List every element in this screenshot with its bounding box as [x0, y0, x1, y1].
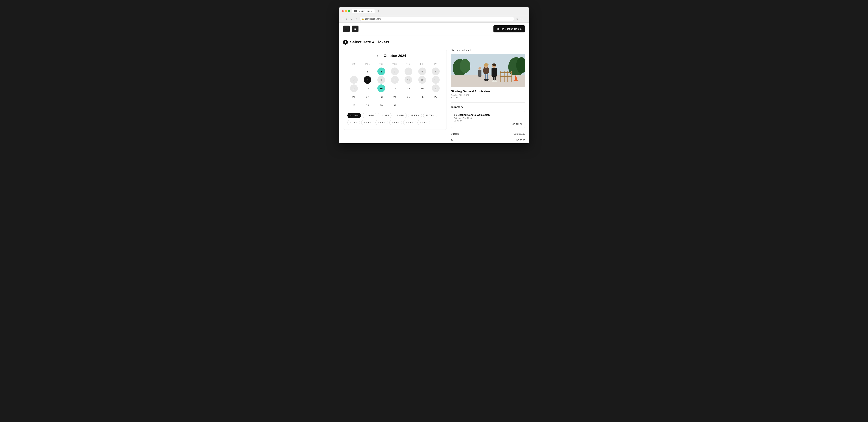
svg-rect-11 [500, 76, 512, 77]
time-slot-12-30PM[interactable]: 12:30PM [393, 112, 407, 118]
time-slot-12-50PM[interactable]: 12:50PM [423, 112, 437, 118]
page-content: ☰ ⠿ 🎟 Ice Skating Tickets 1 Select Date … [339, 23, 529, 143]
calendar-day-14[interactable]: 14 [350, 85, 358, 92]
time-slot-1-50PM[interactable]: 1:50PM [417, 120, 430, 125]
time-slot-1-00PM[interactable]: 1:00PM [347, 120, 360, 125]
back-button[interactable]: ‹ [342, 17, 344, 21]
calendar-day-9[interactable]: 9 [377, 76, 385, 84]
calendar-day-2[interactable]: 2 [377, 67, 385, 75]
tab-close-button[interactable]: ✕ [371, 10, 372, 12]
time-slot-12-20PM[interactable]: 12:20PM [378, 112, 392, 118]
svg-rect-13 [514, 80, 518, 80]
calendar-day-17[interactable]: 17 [391, 85, 399, 92]
svg-rect-10 [500, 72, 512, 73]
calendar-day-31[interactable]: 31 [391, 101, 399, 109]
calendar-day-29[interactable]: 29 [364, 101, 371, 109]
calendar-day-22[interactable]: 22 [364, 93, 371, 101]
venue-illustration [451, 54, 525, 87]
calendar-panel: ‹ October 2024 › SUN MON TUE WED [343, 49, 447, 130]
calendar-day-3[interactable]: 3 [391, 67, 399, 75]
browser-titlebar: ⠿ Domino Park ✕ + [339, 7, 529, 15]
main-section: 1 Select Date & Tickets ‹ October 2024 › [339, 35, 529, 143]
menu-icon[interactable]: ⋮ [524, 18, 526, 20]
calendar-day-7[interactable]: 7 [350, 76, 358, 84]
hamburger-icon: ☰ [345, 27, 347, 31]
tab-title: Domino Park [358, 10, 370, 12]
calendar-day-27[interactable]: 27 [432, 93, 440, 101]
calendar-day-30[interactable]: 30 [377, 101, 385, 109]
new-tab-button[interactable]: + [377, 9, 380, 13]
summary-card: 1 x Skating General Admission October 16… [451, 111, 525, 128]
minimize-dot[interactable] [345, 10, 347, 12]
page-title: Select Date & Tickets [350, 40, 389, 44]
time-slot-12-00PM[interactable]: 12:00PM [347, 112, 361, 118]
summary-section: Summary 1 x Skating General Admission Oc… [451, 102, 525, 143]
tab-favicon: ⠿ [354, 10, 357, 12]
browser-window: ⠿ Domino Park ✕ + ‹ › ↻ ⌂ 🔒 dominopark.c… [339, 7, 529, 143]
calendar-day-25[interactable]: 25 [405, 93, 412, 101]
calendar-day-1[interactable]: 1 [364, 67, 371, 75]
dots-button[interactable]: ⠿ [352, 26, 359, 32]
site-header: ☰ ⠿ 🎟 Ice Skating Tickets [339, 23, 529, 35]
svg-rect-18 [487, 74, 488, 80]
calendar-day-23[interactable]: 23 [377, 93, 385, 101]
ice-skating-tickets-button[interactable]: 🎟 Ice Skating Tickets [493, 25, 525, 32]
svg-rect-21 [492, 68, 497, 77]
calendar-day-empty [350, 67, 358, 75]
calendar-day-19[interactable]: 19 [418, 85, 426, 92]
summary-item-title: 1 x Skating General Admission [454, 113, 522, 116]
time-slot-12-40PM[interactable]: 12:40PM [408, 112, 422, 118]
calendar-day-13[interactable]: 13 [432, 76, 440, 84]
reload-button[interactable]: ↻ [349, 17, 353, 21]
time-slots-row2: 1:00PM1:10PM1:20PM1:30PM1:40PM1:50PM [347, 120, 442, 125]
calendar-day-11[interactable]: 11 [405, 76, 412, 84]
address-bar[interactable]: 🔒 dominopark.com [360, 17, 514, 21]
step-badge: 1 [343, 40, 348, 44]
dots-icon: ⠿ [354, 27, 356, 31]
calendar-day-28[interactable]: 28 [350, 101, 358, 109]
calendar-day-18[interactable]: 18 [405, 85, 412, 92]
calendar-prev-button[interactable]: ‹ [376, 53, 379, 58]
calendar-day-26[interactable]: 26 [418, 93, 426, 101]
calendar-next-button[interactable]: › [410, 53, 414, 58]
event-name: Skating General Admission [451, 90, 525, 93]
browser-tab[interactable]: ⠿ Domino Park ✕ [352, 9, 375, 13]
svg-point-23 [492, 63, 496, 66]
calendar-day-5[interactable]: 5 [418, 67, 426, 75]
calendar-day-16[interactable]: 16 [377, 85, 385, 92]
calendar-month-title: October 2024 [384, 54, 406, 58]
calendar-day-6[interactable]: 6 [432, 67, 440, 75]
time-slots-container: 12:00PM12:10PM12:20PM12:30PM12:40PM12:50… [347, 112, 442, 118]
weekday-wed: WED [388, 62, 402, 66]
forward-button[interactable]: › [346, 17, 348, 21]
calendar-day-21[interactable]: 21 [350, 93, 358, 101]
profile-icon[interactable]: ◯ [520, 18, 523, 20]
bookmark-icon[interactable]: ☆ [516, 18, 518, 20]
maximize-dot[interactable] [348, 10, 350, 12]
tax-value: USD $8.00 [515, 139, 525, 141]
summary-item-date: October 16th, 2024 [454, 117, 522, 120]
time-slot-1-20PM[interactable]: 1:20PM [375, 120, 388, 125]
home-button[interactable]: ⌂ [355, 17, 358, 21]
calendar-header: ‹ October 2024 › [347, 53, 442, 58]
calendar-day-20[interactable]: 20 [432, 85, 440, 92]
time-slot-1-40PM[interactable]: 1:40PM [403, 120, 416, 125]
browser-addressbar: ‹ › ↻ ⌂ 🔒 dominopark.com ☆ ◯ ⋮ [339, 15, 529, 23]
calendar-day-10[interactable]: 10 [391, 76, 399, 84]
calendar-day-8[interactable]: 8 [364, 76, 371, 84]
hamburger-button[interactable]: ☰ [343, 26, 350, 32]
calendar-day-24[interactable]: 24 [391, 93, 399, 101]
calendar-day-15[interactable]: 15 [364, 85, 371, 92]
calendar-day-12[interactable]: 12 [418, 76, 426, 84]
time-slot-1-30PM[interactable]: 1:30PM [390, 120, 402, 125]
chevron-left-icon: ‹ [377, 54, 378, 58]
venue-image [451, 54, 525, 87]
svg-rect-5 [451, 75, 525, 87]
subtotal-value: USD $22.00 [514, 133, 525, 135]
time-slot-12-10PM[interactable]: 12:10PM [363, 112, 376, 118]
cta-button-label: Ice Skating Tickets [501, 28, 522, 30]
weekday-mon: MON [361, 62, 375, 66]
close-dot[interactable] [342, 10, 344, 12]
time-slot-1-10PM[interactable]: 1:10PM [361, 120, 374, 125]
calendar-day-4[interactable]: 4 [405, 67, 412, 75]
